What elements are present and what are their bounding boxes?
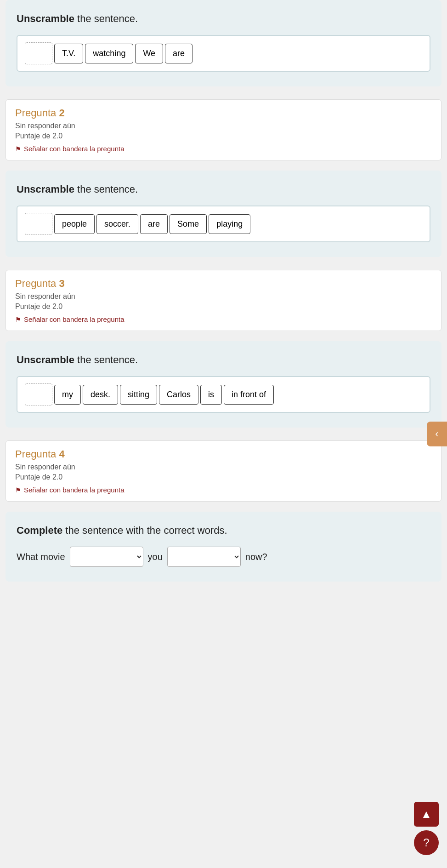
question-2-label: Pregunta 2 (15, 107, 432, 119)
unscramble-bold-1: Unscramble (17, 13, 74, 24)
word-area-3[interactable]: my desk. sitting Carlos is in front of (17, 376, 430, 413)
question-2-score: Puntaje de 2.0 (15, 132, 432, 140)
question-2-title: Unscramble the sentence. (17, 183, 430, 195)
pregunta-text-3: Pregunta (15, 278, 59, 289)
word-area-2[interactable]: people soccer. are Some playing (17, 206, 430, 242)
complete-rest-4: the sentence with the correct words. (62, 525, 227, 536)
question-3-meta: Pregunta 3 Sin responder aún Puntaje de … (6, 270, 441, 331)
flag-icon-4: ⚑ (15, 486, 21, 494)
word-token[interactable]: Carlos (159, 385, 198, 405)
question-4-title: Complete the sentence with the correct w… (17, 525, 430, 537)
question-3-title: Unscramble the sentence. (17, 354, 430, 366)
flag-icon-2: ⚑ (15, 145, 21, 153)
sentence-suffix-4: now? (245, 552, 267, 562)
word-token[interactable]: playing (209, 214, 250, 234)
word-token[interactable]: are (140, 214, 168, 234)
flag-label-3: Señalar con bandera la pregunta (24, 315, 124, 323)
word-token[interactable]: in front of (224, 385, 274, 405)
question-1-title: Unscramble the sentence. (17, 13, 430, 25)
question-4-meta: Pregunta 4 Sin responder aún Puntaje de … (6, 440, 441, 502)
drop-zone-3[interactable] (25, 383, 52, 405)
question-1-card: Unscramble the sentence. T.V. watching W… (6, 0, 441, 86)
flag-label-4: Señalar con bandera la pregunta (24, 486, 124, 494)
question-3-card: Unscramble the sentence. my desk. sittin… (6, 341, 441, 428)
pregunta-text-2: Pregunta (15, 107, 59, 119)
sentence-prefix-4: What movie (17, 552, 65, 562)
nav-left-button[interactable]: ‹ (427, 422, 447, 446)
word-token[interactable]: my (54, 385, 81, 405)
question-4-score: Puntaje de 2.0 (15, 473, 432, 481)
question-3-status: Sin responder aún (15, 292, 432, 301)
word-token[interactable]: Some (170, 214, 207, 234)
sentence-select-2[interactable]: watch watching watches watched (167, 547, 241, 567)
word-token[interactable]: are (165, 44, 192, 63)
question-2-status: Sin responder aún (15, 122, 432, 130)
word-token[interactable]: We (135, 44, 163, 63)
unscramble-rest-1: the sentence. (74, 13, 138, 24)
drop-zone-1[interactable] (25, 42, 52, 64)
word-area-1[interactable]: T.V. watching We are (17, 35, 430, 72)
question-3-number: 3 (59, 278, 64, 289)
pregunta-text-4: Pregunta (15, 448, 59, 460)
word-token[interactable]: is (200, 385, 222, 405)
question-4-number: 4 (59, 448, 64, 460)
drop-zone-2[interactable] (25, 213, 52, 235)
flag-question-3[interactable]: ⚑ Señalar con bandera la pregunta (15, 315, 432, 323)
word-token[interactable]: people (54, 214, 95, 234)
sentence-row-4: What movie do does are is you watch watc… (17, 547, 430, 567)
help-button[interactable]: ? (414, 830, 439, 855)
question-3-score: Puntaje de 2.0 (15, 303, 432, 311)
unscramble-rest-3: the sentence. (74, 354, 138, 365)
word-token[interactable]: desk. (83, 385, 118, 405)
word-token[interactable]: soccer. (96, 214, 138, 234)
flag-icon-3: ⚑ (15, 316, 21, 323)
question-3-label: Pregunta 3 (15, 278, 432, 290)
flag-label-2: Señalar con bandera la pregunta (24, 145, 124, 153)
word-token[interactable]: T.V. (54, 44, 83, 63)
question-4-status: Sin responder aún (15, 463, 432, 471)
question-2-meta: Pregunta 2 Sin responder aún Puntaje de … (6, 99, 441, 160)
sentence-middle-4: you (148, 552, 163, 562)
sentence-select-1[interactable]: do does are is (70, 547, 143, 567)
unscramble-bold-2: Unscramble (17, 183, 74, 195)
question-2-card: Unscramble the sentence. people soccer. … (6, 171, 441, 257)
unscramble-bold-3: Unscramble (17, 354, 74, 365)
question-4-label: Pregunta 4 (15, 448, 432, 460)
unscramble-rest-2: the sentence. (74, 183, 138, 195)
scroll-top-button[interactable]: ▲ (414, 802, 439, 827)
word-token[interactable]: sitting (120, 385, 157, 405)
word-token[interactable]: watching (85, 44, 133, 63)
flag-question-2[interactable]: ⚑ Señalar con bandera la pregunta (15, 145, 432, 153)
question-4-card: Complete the sentence with the correct w… (6, 512, 441, 582)
complete-bold-4: Complete (17, 525, 62, 536)
question-2-number: 2 (59, 107, 64, 119)
flag-question-4[interactable]: ⚑ Señalar con bandera la pregunta (15, 486, 432, 494)
